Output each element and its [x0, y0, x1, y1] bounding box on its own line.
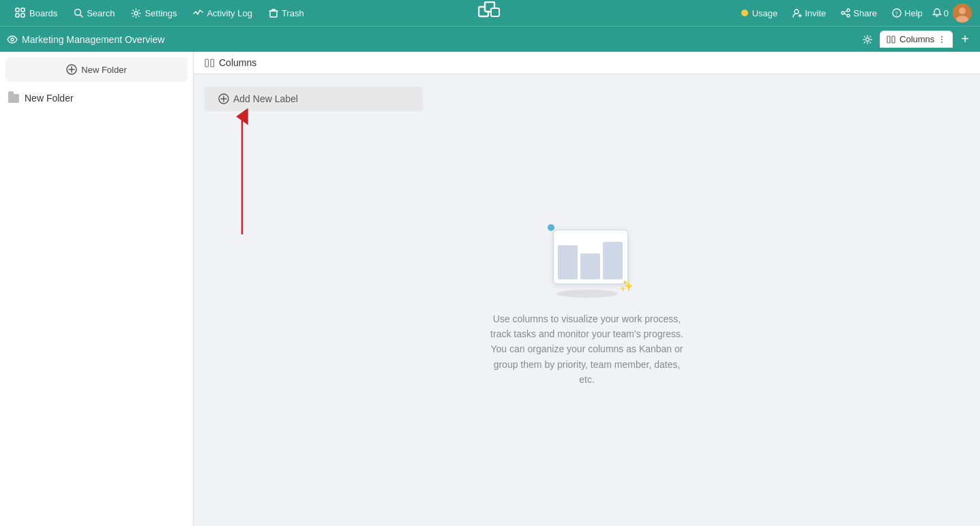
invite-label: Invite — [805, 8, 826, 18]
add-label-section: Add New Label — [194, 74, 980, 111]
columns-header-icon — [205, 58, 215, 68]
settings-icon — [131, 8, 141, 18]
search-icon — [74, 8, 83, 18]
svg-line-21 — [844, 11, 847, 12]
empty-state: ✨ Use columns to visualize your work pro… — [194, 111, 980, 526]
empty-state-description: Use columns to visualize your work proce… — [485, 311, 689, 388]
svg-rect-14 — [491, 8, 499, 16]
avatar[interactable] — [953, 3, 972, 22]
svg-rect-2 — [21, 8, 25, 12]
notifications-button[interactable]: 0 — [932, 8, 949, 18]
kanban-preview — [553, 230, 628, 284]
board-toolbar: Marketing Management Overview Columns + — [0, 26, 980, 52]
new-folder-label: New Folder — [81, 65, 126, 75]
svg-point-29 — [866, 37, 870, 41]
svg-point-26 — [959, 7, 966, 14]
board-title-area: Marketing Management Overview — [7, 34, 854, 45]
svg-rect-39 — [211, 59, 214, 67]
columns-tab-button[interactable]: Columns — [880, 31, 953, 48]
board-name: Marketing Management Overview — [22, 34, 164, 45]
settings-nav-button[interactable]: Settings — [124, 5, 183, 21]
pointer-arrow — [232, 108, 252, 238]
svg-line-22 — [844, 14, 847, 15]
columns-tab-icon — [887, 35, 896, 44]
toolbar-right: Columns + — [859, 31, 973, 48]
help-label: Help — [904, 8, 923, 18]
svg-text:?: ? — [895, 10, 898, 17]
trash-icon — [269, 8, 278, 18]
svg-point-19 — [842, 12, 844, 14]
folder-name: New Folder — [25, 93, 74, 104]
boards-label: Boards — [29, 8, 57, 18]
add-tab-icon: + — [961, 31, 969, 46]
gear-icon — [862, 34, 873, 45]
add-new-label-button[interactable]: Add New Label — [205, 87, 423, 111]
empty-illustration: ✨ — [539, 223, 635, 298]
top-navigation: Boards Search Settings Activity Log — [0, 0, 980, 26]
boards-icon — [15, 7, 26, 18]
board-settings-button[interactable] — [859, 31, 876, 48]
folder-icon — [8, 94, 19, 103]
kebab-icon — [938, 35, 946, 44]
share-button[interactable]: Share — [835, 5, 882, 21]
folder-item[interactable]: New Folder — [0, 87, 193, 109]
svg-point-34 — [941, 42, 942, 43]
svg-point-28 — [11, 38, 14, 41]
content-area: Columns Add New Label — [194, 52, 980, 526]
logo — [478, 1, 503, 25]
sidebar: New Folder New Folder — [0, 52, 194, 526]
svg-rect-1 — [16, 14, 19, 17]
activity-log-nav-button[interactable]: Activity Log — [186, 5, 258, 21]
kanban-col-2 — [580, 253, 600, 279]
help-button[interactable]: ? Help — [887, 5, 928, 21]
notifications-count: 0 — [944, 8, 949, 18]
plus-circle-add-icon — [218, 93, 229, 104]
usage-label: Usage — [752, 8, 778, 18]
columns-tab-label: Columns — [900, 34, 934, 44]
add-new-label-text: Add New Label — [233, 93, 298, 104]
svg-point-20 — [847, 14, 850, 17]
usage-button[interactable]: Usage — [736, 5, 784, 21]
eye-icon — [7, 35, 18, 44]
settings-label: Settings — [145, 8, 177, 18]
svg-rect-3 — [21, 14, 25, 17]
add-tab-button[interactable]: + — [957, 31, 973, 48]
trash-label: Trash — [282, 8, 304, 18]
share-icon — [841, 8, 850, 18]
shadow-ellipse — [556, 290, 618, 298]
activity-icon — [193, 8, 203, 18]
content-title: Columns — [219, 57, 256, 68]
svg-rect-31 — [892, 36, 895, 43]
svg-point-32 — [941, 36, 942, 37]
svg-rect-30 — [887, 36, 890, 43]
bell-icon — [932, 8, 942, 18]
search-label: Search — [87, 8, 115, 18]
svg-rect-38 — [205, 59, 209, 67]
sparkles-decoration: ✨ — [620, 279, 634, 292]
svg-point-33 — [941, 39, 942, 40]
svg-rect-0 — [16, 8, 19, 12]
svg-point-6 — [134, 12, 138, 15]
activity-log-label: Activity Log — [207, 8, 252, 18]
kanban-col-1 — [558, 245, 578, 279]
app-logo — [478, 1, 503, 22]
nav-left: Boards Search Settings Activity Log — [8, 5, 311, 21]
boards-nav-button[interactable]: Boards — [8, 5, 64, 21]
trash-nav-button[interactable]: Trash — [262, 5, 311, 21]
svg-point-18 — [847, 9, 850, 12]
svg-point-15 — [795, 10, 799, 14]
svg-line-5 — [80, 15, 83, 18]
svg-rect-7 — [270, 11, 277, 17]
help-icon: ? — [892, 8, 902, 18]
nav-right: Usage Invite Share ? — [736, 3, 972, 22]
plus-circle-icon — [66, 64, 77, 75]
kanban-col-3 — [603, 242, 623, 279]
search-nav-button[interactable]: Search — [67, 5, 121, 21]
share-label: Share — [853, 8, 877, 18]
invite-button[interactable]: Invite — [787, 5, 831, 21]
new-folder-button[interactable]: New Folder — [5, 57, 188, 82]
blue-dot-decoration — [548, 224, 554, 231]
invite-icon — [792, 8, 802, 18]
main-layout: New Folder New Folder Columns Add New — [0, 52, 980, 526]
content-header: Columns — [194, 52, 980, 74]
